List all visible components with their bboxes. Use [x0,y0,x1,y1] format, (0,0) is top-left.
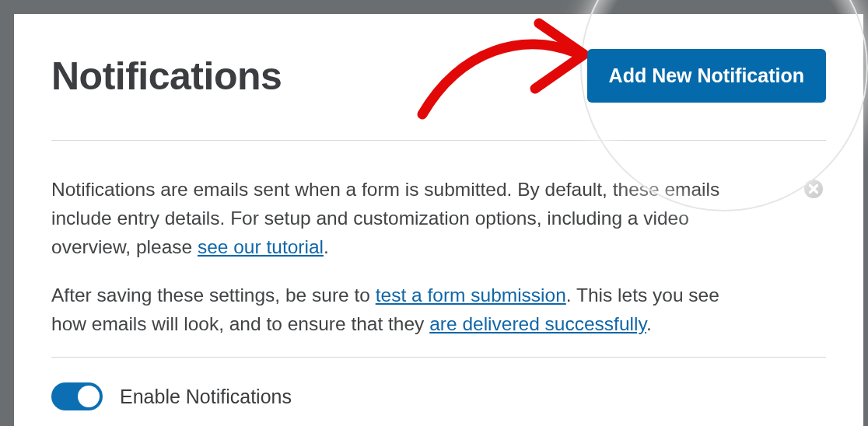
description-p1-text: Notifications are emails sent when a for… [51,179,719,257]
toggle-knob [78,386,100,407]
panel-body: Notifications are emails sent when a for… [51,141,826,410]
panel-header: Notifications Add New Notification [51,49,826,141]
enable-notifications-toggle[interactable] [51,382,103,410]
notifications-panel: Notifications Add New Notification Notif… [14,14,863,426]
page-title: Notifications [51,54,282,99]
description-p2-end: . [646,313,652,334]
test-submission-link[interactable]: test a form submission [376,285,566,306]
close-icon[interactable] [803,178,824,200]
description-p2-text1: After saving these settings, be sure to [51,285,376,306]
description-text: Notifications are emails sent when a for… [51,175,759,338]
enable-notifications-label: Enable Notifications [120,386,292,408]
add-new-notification-button[interactable]: Add New Notification [587,49,826,103]
enable-notifications-row: Enable Notifications [51,357,826,410]
description-p1-end: . [324,236,329,257]
delivery-link[interactable]: are delivered successfully [429,313,646,334]
tutorial-link[interactable]: see our tutorial [198,236,324,257]
